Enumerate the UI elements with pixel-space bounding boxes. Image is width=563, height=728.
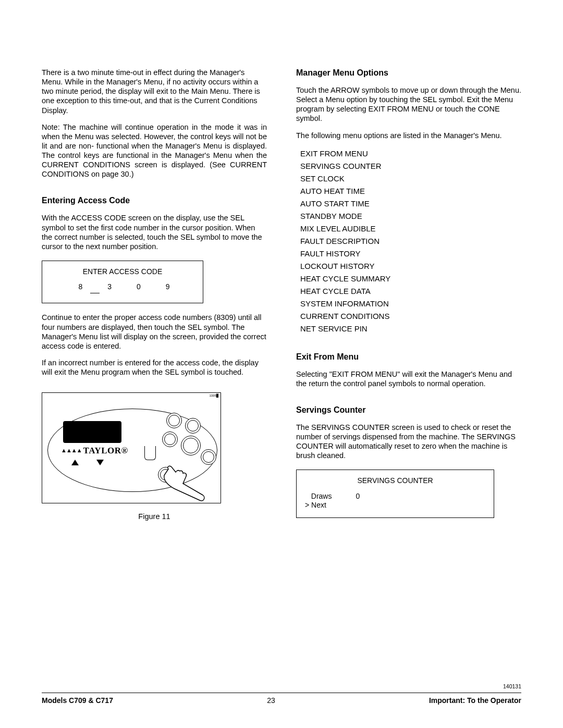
figure-11: 1335█ ▲▲▲▲TAYLOR® xyxy=(42,392,267,521)
brand-text: TAYLOR xyxy=(83,446,121,455)
footer-section-title: Important: To the Operator xyxy=(429,696,521,706)
figure-caption: Figure 11 xyxy=(42,512,267,521)
menu-item: HEAT CYCLE DATA xyxy=(300,285,521,298)
lcd-cursor xyxy=(90,293,100,294)
arrow-down-icon xyxy=(96,460,104,465)
pointing-hand-icon xyxy=(158,465,210,502)
brand-logo: ▲▲▲▲TAYLOR® xyxy=(61,445,128,456)
footer-code: 140131 xyxy=(42,683,521,690)
lcd-label-next: > Next xyxy=(305,501,485,510)
lcd-access-code: ENTER ACCESS CODE 8 3 0 9 xyxy=(42,261,203,304)
panel-button xyxy=(166,413,182,428)
lcd-title: ENTER ACCESS CODE xyxy=(51,267,194,277)
page-footer: 140131 Models C709 & C717 23 Important: … xyxy=(42,683,521,705)
lcd-code-row: 8 3 0 9 xyxy=(51,282,194,292)
heading-exit-from-menu: Exit From Menu xyxy=(296,352,521,362)
menu-item: HEAT CYCLE SUMMARY xyxy=(300,273,521,285)
paragraph: The following menu options are listed in… xyxy=(296,131,521,140)
lcd-value-draws: 0 xyxy=(356,492,360,501)
menu-item: AUTO START TIME xyxy=(300,198,521,210)
lcd-digit-1: 8 xyxy=(78,282,82,292)
lcd-title: SERVINGS COUNTER xyxy=(305,476,485,486)
paragraph: If an incorrect number is entered for th… xyxy=(42,358,267,377)
lcd-digit-4: 9 xyxy=(166,282,170,292)
page-number: 23 xyxy=(267,696,275,706)
panel-button xyxy=(201,449,216,465)
paragraph: Selecting "EXIT FROM MENU" will exit the… xyxy=(296,369,521,388)
lcd-label-draws: Draws xyxy=(311,492,332,500)
lcd-line: Draws 0 xyxy=(307,492,485,501)
lcd-digit-3: 0 xyxy=(137,282,141,292)
menu-item: SET CLOCK xyxy=(300,172,521,185)
menu-item: FAULT HISTORY xyxy=(300,248,521,260)
lcd-digit-2: 3 xyxy=(107,282,112,292)
paragraph: With the ACCESS CODE screen on the displ… xyxy=(42,213,267,251)
manual-page: There is a two minute time-out in effect… xyxy=(0,0,563,728)
paragraph-note: Note: The machine will continue operatio… xyxy=(42,122,267,179)
menu-item: AUTO HEAT TIME xyxy=(300,185,521,198)
paragraph: Touch the ARROW symbols to move up or do… xyxy=(296,85,521,124)
menu-item: EXIT FROM MENU xyxy=(300,147,521,160)
left-column: There is a two minute time-out in effect… xyxy=(42,68,267,521)
manager-menu-list: EXIT FROM MENU SERVINGS COUNTER SET CLOC… xyxy=(300,147,521,335)
paragraph: The SERVINGS COUNTER screen is used to c… xyxy=(296,423,521,461)
panel-button-sel xyxy=(181,436,201,455)
menu-item: MIX LEVEL AUDIBLE xyxy=(300,223,521,235)
figure-small-id: 1335█ xyxy=(209,394,218,398)
panel-display-screen xyxy=(63,421,121,443)
right-column: Manager Menu Options Touch the ARROW sym… xyxy=(296,68,521,521)
registered-mark: ® xyxy=(121,446,128,455)
footer-models: Models C709 & C717 xyxy=(42,696,113,706)
logo-bars-icon: ▲▲▲▲ xyxy=(61,447,82,454)
menu-item: LOCKOUT HISTORY xyxy=(300,260,521,273)
paragraph: There is a two minute time-out in effect… xyxy=(42,68,267,115)
footer-line: Models C709 & C717 23 Important: To the … xyxy=(42,693,521,706)
menu-item: NET SERVICE PIN xyxy=(300,323,521,335)
paragraph: Continue to enter the proper access code… xyxy=(42,313,267,351)
menu-item: SERVINGS COUNTER xyxy=(300,160,521,172)
panel-button xyxy=(185,418,201,434)
arrow-up-icon xyxy=(71,460,79,465)
control-panel-illustration: 1335█ ▲▲▲▲TAYLOR® xyxy=(42,392,221,503)
lcd-servings-counter: SERVINGS COUNTER Draws 0 > Next xyxy=(296,470,494,518)
menu-item: STANDBY MODE xyxy=(300,210,521,223)
menu-item: FAULT DESCRIPTION xyxy=(300,235,521,248)
menu-item: CURRENT CONDITIONS xyxy=(300,310,521,323)
two-column-layout: There is a two minute time-out in effect… xyxy=(42,68,521,521)
heading-entering-access-code: Entering Access Code xyxy=(42,195,267,206)
heading-manager-menu-options: Manager Menu Options xyxy=(296,68,521,78)
panel-button xyxy=(162,431,178,447)
heading-servings-counter: Servings Counter xyxy=(296,405,521,415)
cup-icon xyxy=(144,446,156,460)
menu-item: SYSTEM INFORMATION xyxy=(300,298,521,310)
